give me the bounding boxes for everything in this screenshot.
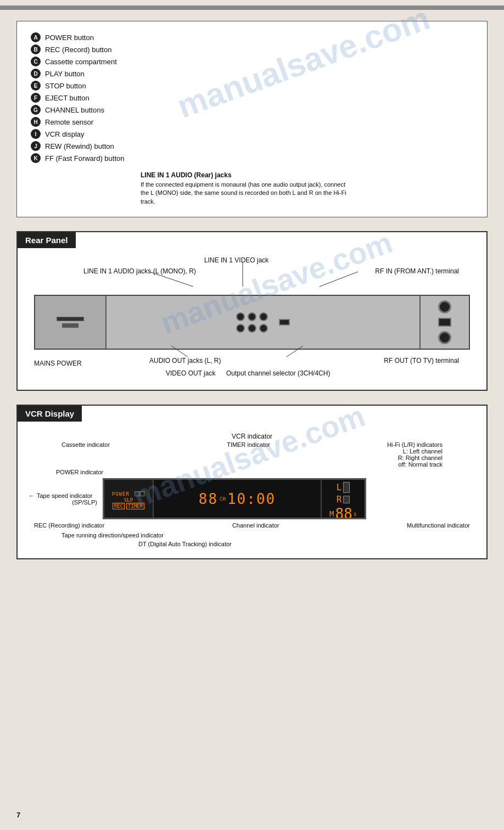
tape-running-label: Tape running direction/speed indicator bbox=[29, 532, 475, 539]
line-in-note-title: LINE IN 1 AUDIO (Rear) jacks bbox=[141, 171, 473, 179]
display-middle: 88 CH 10:00 bbox=[154, 480, 321, 518]
content-area: manualsave.com A POWER button B REC (Rec… bbox=[0, 21, 504, 559]
jack-6 bbox=[259, 324, 268, 333]
badge-d: D bbox=[31, 69, 41, 78]
list-item: F EJECT button bbox=[31, 93, 473, 103]
power-indicator-seg: □□ bbox=[135, 489, 145, 497]
list-item: C Cassette compartment bbox=[31, 57, 473, 66]
dt-indicator-label: DT (Digital Auto Tracking) indicator bbox=[29, 541, 475, 547]
button-a-label: POWER button bbox=[45, 33, 94, 42]
connector-svg bbox=[29, 256, 475, 295]
vcr-display-section: manualsave.com VCR Display VCR indicator… bbox=[16, 405, 488, 559]
display-device-row: ← Tape speed indicator (SP/SLP) POWER bbox=[29, 478, 475, 519]
page-container: manualsave.com A POWER button B REC (Rec… bbox=[0, 0, 504, 830]
ch-label-group: CH bbox=[220, 496, 226, 502]
r-row: R bbox=[337, 494, 350, 504]
r-level-bar bbox=[343, 496, 350, 503]
button-e-label: STOP button bbox=[45, 82, 86, 90]
list-item: E STOP button bbox=[31, 81, 473, 91]
vcr-bottom-labels: REC (Recording) indicator Channel indica… bbox=[29, 522, 475, 529]
list-item: H Remote sensor bbox=[31, 117, 473, 127]
svg-line-3 bbox=[171, 346, 188, 357]
rect-jack-1 bbox=[279, 319, 290, 326]
circular-jack-1 bbox=[438, 300, 451, 313]
rear-panel-header: Rear Panel bbox=[18, 232, 76, 248]
display-left: POWER □□ SLP REC TIMER bbox=[104, 480, 154, 518]
circular-jack-2 bbox=[438, 331, 451, 344]
line-in-note: LINE IN 1 AUDIO (Rear) jacks If the conn… bbox=[31, 171, 473, 206]
vcr-display-unit: POWER □□ SLP REC TIMER bbox=[103, 478, 366, 519]
badge-c: C bbox=[31, 57, 41, 66]
list-item: I VCR display bbox=[31, 129, 473, 139]
button-k-label: FF (Fast Forward) button bbox=[45, 154, 124, 162]
power-slot-2 bbox=[62, 323, 79, 328]
jack-3 bbox=[259, 312, 268, 321]
hifi-indicators-group: Hi-Fi (L/R) indicators L: Left channel R… bbox=[387, 441, 443, 468]
list-item: A POWER button bbox=[31, 32, 473, 42]
rear-jacks bbox=[107, 312, 419, 333]
button-f-label: EJECT button bbox=[45, 94, 89, 102]
list-item: J REW (Rewind) button bbox=[31, 141, 473, 151]
button-i-label: VCR display bbox=[45, 130, 85, 138]
vcr-top-labels: Cassette indicator TIMER indicator Hi-Fi… bbox=[29, 441, 475, 468]
ch-label: CH bbox=[220, 496, 226, 502]
power-slot bbox=[57, 317, 84, 321]
m-seg: M bbox=[329, 509, 334, 518]
power-connector bbox=[57, 317, 84, 328]
rear-top-labels: LINE IN 1 VIDEO jack LINE IN 1 AUDIO jac… bbox=[29, 256, 475, 295]
power-seg: POWER □□ bbox=[112, 489, 145, 497]
line-in-note-body: If the connected equipment is monaural (… bbox=[141, 181, 349, 206]
svg-line-1 bbox=[149, 272, 193, 287]
l-indicator: L bbox=[337, 482, 342, 493]
list-item: K FF (Fast Forward) button bbox=[31, 153, 473, 163]
bottom-connector-svg bbox=[29, 346, 475, 382]
segment-88: 88 bbox=[199, 491, 218, 507]
button-h-label: Remote sensor bbox=[45, 118, 93, 126]
rec-timer-row: REC TIMER bbox=[113, 503, 144, 509]
vcr-display-body: VCR indicator Cassette indicator TIMER i… bbox=[18, 422, 486, 558]
list-item: D PLAY button bbox=[31, 69, 473, 78]
svg-line-4 bbox=[287, 346, 303, 357]
lr-indicators: L bbox=[337, 482, 350, 493]
badge-g: G bbox=[31, 105, 41, 115]
front-panel-section: manualsave.com A POWER button B REC (Rec… bbox=[16, 21, 488, 217]
badge-b: B bbox=[31, 44, 41, 54]
jack-5 bbox=[248, 324, 256, 333]
badge-k: K bbox=[31, 153, 41, 163]
badge-a: A bbox=[31, 32, 41, 42]
rear-panel-body: LINE IN 1 VIDEO jack LINE IN 1 AUDIO jac… bbox=[18, 248, 486, 390]
rear-hw-left bbox=[35, 296, 107, 349]
list-item: G CHANNEL buttons bbox=[31, 105, 473, 115]
badge-e: E bbox=[31, 81, 41, 91]
small-jacks bbox=[279, 319, 290, 326]
am-pm-label: AM PM bbox=[335, 478, 350, 481]
s-seg: s bbox=[354, 511, 357, 517]
top-bar bbox=[0, 5, 504, 10]
display-right: AM PM L R M 88 bbox=[321, 480, 365, 518]
sp-slp-label: (SP/SLP) bbox=[29, 499, 97, 506]
tape-speed-label: ← Tape speed indicator (SP/SLP) bbox=[29, 492, 100, 506]
rect-switch bbox=[438, 318, 451, 327]
jack-2 bbox=[248, 312, 256, 321]
r-indicator: R bbox=[337, 494, 342, 504]
button-c-label: Cassette compartment bbox=[45, 58, 117, 66]
button-j-label: REW (Rewind) button bbox=[45, 142, 114, 150]
rec-indicator-label: REC (Recording) indicator bbox=[34, 522, 104, 529]
button-b-label: REC (Record) button bbox=[45, 46, 111, 54]
button-list: A POWER button B REC (Record) button C C… bbox=[31, 32, 473, 163]
vcr-indicator-label: VCR indicator bbox=[29, 433, 475, 440]
jack-cluster bbox=[236, 312, 268, 333]
slp-vcr-row: SLP bbox=[124, 497, 133, 503]
power-indicator-label: POWER indicator bbox=[29, 469, 475, 475]
multifunctional-label: Multifunctional indicator bbox=[407, 522, 470, 529]
cassette-indicator-group: Cassette indicator bbox=[61, 441, 110, 468]
rear-hw-right bbox=[419, 296, 469, 349]
rear-hardware bbox=[34, 295, 470, 350]
badge-j: J bbox=[31, 141, 41, 151]
rear-panel-section: manualsave.com Rear Panel LINE IN 1 VIDE… bbox=[16, 231, 488, 391]
button-g-label: CHANNEL buttons bbox=[45, 106, 104, 114]
time-display: 10:00 bbox=[227, 491, 276, 507]
badge-h: H bbox=[31, 117, 41, 127]
vcr-display-header: VCR Display bbox=[18, 406, 82, 422]
dbl-seg: 88 bbox=[335, 506, 352, 519]
